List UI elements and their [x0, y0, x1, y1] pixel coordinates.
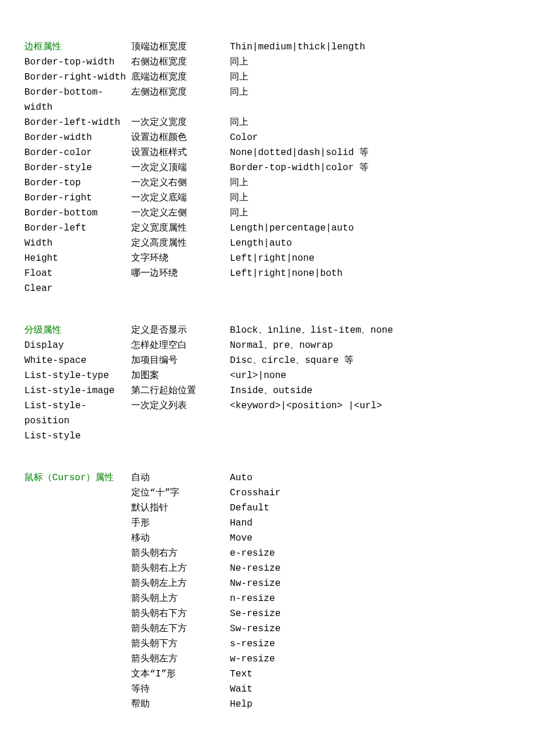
property-name	[24, 591, 131, 606]
property-row: Float哪一边环绕Left|right|none|both	[24, 266, 510, 281]
section: 边框属性顶端边框宽度Thin|medium|thick|lengthBorder…	[24, 39, 510, 296]
property-value: 同上	[230, 190, 510, 206]
property-desc: 移动	[131, 531, 230, 546]
property-value: e-resize	[230, 546, 510, 561]
section-heading: 分级属性	[24, 323, 131, 338]
property-desc: 设置边框颜色	[131, 130, 230, 145]
property-desc: 箭头朝左方	[131, 651, 230, 667]
property-desc: 定义高度属性	[131, 236, 230, 251]
property-row: List-style-image第二行起始位置Inside、outside	[24, 383, 510, 398]
property-row: 分级属性定义是否显示Block、inline、list-item、none	[24, 323, 510, 338]
property-name	[24, 501, 131, 516]
property-name	[24, 667, 131, 682]
property-name	[24, 636, 131, 651]
property-row: Border-style一次定义顶端Border-top-width|color…	[24, 160, 510, 175]
property-row: Border-left定义宽度属性Length|percentage|auto	[24, 221, 510, 236]
property-name	[24, 682, 131, 697]
property-value: 同上	[230, 70, 510, 85]
property-row: 箭头朝右上方Ne-resize	[24, 561, 510, 576]
property-value: Se-resize	[230, 606, 510, 621]
property-value: Thin|medium|thick|length	[230, 39, 510, 55]
property-row: 手形Hand	[24, 516, 510, 531]
property-value: Length|percentage|auto	[230, 221, 510, 236]
property-row: 箭头朝上方n-resize	[24, 591, 510, 606]
property-value: 同上	[230, 206, 510, 221]
property-name: List-style-type	[24, 368, 131, 383]
property-value: Nw-resize	[230, 576, 510, 591]
property-value: Default	[230, 501, 510, 516]
property-name: Border-bottom-width	[24, 85, 131, 115]
property-value: 同上	[230, 55, 510, 70]
property-value: Inside、outside	[230, 383, 510, 398]
property-value: Ne-resize	[230, 561, 510, 576]
property-desc: 定位“十”字	[131, 485, 230, 501]
property-row: 边框属性顶端边框宽度Thin|medium|thick|length	[24, 39, 510, 55]
property-desc: 自动	[131, 470, 230, 485]
property-desc: 定义是否显示	[131, 323, 230, 338]
property-value: 同上	[230, 115, 510, 130]
property-name: Clear	[24, 281, 131, 296]
property-value: Crosshair	[230, 485, 510, 501]
property-value: Normal、pre、nowrap	[230, 338, 510, 353]
property-value: Length|auto	[230, 236, 510, 251]
section-heading: 边框属性	[24, 39, 131, 55]
property-desc: 箭头朝上方	[131, 591, 230, 606]
property-name: White-space	[24, 353, 131, 368]
property-value: Auto	[230, 470, 510, 485]
property-value: Wait	[230, 682, 510, 697]
property-name: Border-right-width	[24, 70, 131, 85]
property-name	[24, 621, 131, 636]
property-desc: 箭头朝右上方	[131, 561, 230, 576]
property-desc: 文字环绕	[131, 251, 230, 266]
property-row: 鼠标（Cursor）属性自动Auto	[24, 470, 510, 485]
property-name: Border-width	[24, 130, 131, 145]
property-value: Disc、circle、square 等	[230, 353, 510, 368]
property-name: Border-color	[24, 145, 131, 160]
property-value: Block、inline、list-item、none	[230, 323, 510, 338]
property-desc: 第二行起始位置	[131, 383, 230, 398]
property-value: Move	[230, 531, 510, 546]
property-value: Sw-resize	[230, 621, 510, 636]
property-row: Border-top-width右侧边框宽度同上	[24, 55, 510, 70]
property-desc: 一次定义顶端	[131, 160, 230, 175]
property-desc: 箭头朝左上方	[131, 576, 230, 591]
property-desc: 箭头朝左下方	[131, 621, 230, 636]
property-name: List-style-image	[24, 383, 131, 398]
property-desc: 箭头朝右下方	[131, 606, 230, 621]
property-row: Border-right-width底端边框宽度同上	[24, 70, 510, 85]
property-row: Border-width设置边框颜色Color	[24, 130, 510, 145]
property-desc	[131, 429, 230, 444]
property-desc	[131, 281, 230, 296]
property-name: Display	[24, 338, 131, 353]
property-row: 移动Move	[24, 531, 510, 546]
property-value: Border-top-width|color 等	[230, 160, 510, 175]
property-value: <keyword>|<position> |<url>	[230, 398, 510, 429]
property-row: White-space加项目编号Disc、circle、square 等	[24, 353, 510, 368]
property-row: 文本“I”形Text	[24, 667, 510, 682]
section: 鼠标（Cursor）属性自动Auto定位“十”字Crosshair默认指针Def…	[24, 470, 510, 712]
property-name	[24, 516, 131, 531]
property-row: Clear	[24, 281, 510, 296]
property-row: Border-color设置边框样式None|dotted|dash|solid…	[24, 145, 510, 160]
property-desc: 等待	[131, 682, 230, 697]
section-heading: 鼠标（Cursor）属性	[24, 470, 131, 485]
property-value: w-resize	[230, 651, 510, 667]
property-value: s-resize	[230, 636, 510, 651]
property-value	[230, 281, 510, 296]
property-row: Border-left-width一次定义宽度同上	[24, 115, 510, 130]
property-desc: 底端边框宽度	[131, 70, 230, 85]
property-desc: 顶端边框宽度	[131, 39, 230, 55]
property-row: List-style-type加图案<url>|none	[24, 368, 510, 383]
property-row: Border-bottom-width左侧边框宽度同上	[24, 85, 510, 115]
property-value	[230, 429, 510, 444]
property-name	[24, 485, 131, 501]
property-row: 帮助Help	[24, 697, 510, 712]
property-row: List-style-position一次定义列表<keyword>|<posi…	[24, 398, 510, 429]
property-desc: 默认指针	[131, 501, 230, 516]
property-row: 等待Wait	[24, 682, 510, 697]
property-desc: 箭头朝右方	[131, 546, 230, 561]
property-value: Text	[230, 667, 510, 682]
property-desc: 帮助	[131, 697, 230, 712]
property-desc: 设置边框样式	[131, 145, 230, 160]
property-row: Border-bottom一次定义左侧同上	[24, 206, 510, 221]
